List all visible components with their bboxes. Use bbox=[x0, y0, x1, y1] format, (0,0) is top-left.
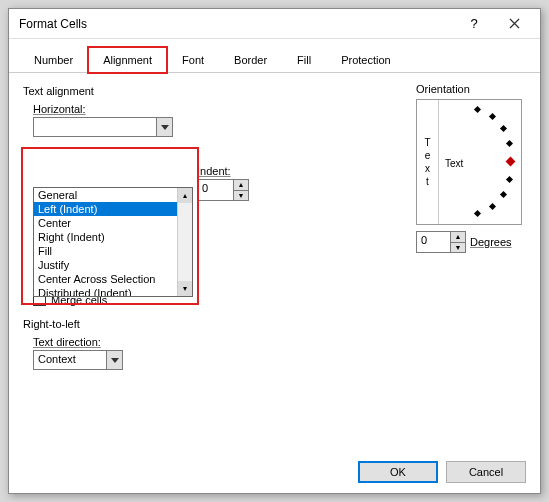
indent-value[interactable]: 0 bbox=[198, 180, 233, 200]
close-button[interactable] bbox=[494, 10, 534, 38]
titlebar: Format Cells ? bbox=[9, 9, 540, 39]
dd-left-indent[interactable]: Left (Indent) bbox=[34, 202, 192, 216]
arc-dot bbox=[489, 113, 496, 120]
text-direction-dropdown-button[interactable] bbox=[106, 351, 122, 369]
horizontal-value bbox=[34, 118, 156, 136]
button-bar: OK Cancel bbox=[9, 451, 540, 493]
cancel-button[interactable]: Cancel bbox=[446, 461, 526, 483]
tab-font[interactable]: Font bbox=[167, 47, 219, 72]
indent-up[interactable]: ▲ bbox=[234, 180, 248, 191]
rtl-label: Right-to-left bbox=[23, 318, 526, 330]
tab-alignment[interactable]: Alignment bbox=[88, 47, 167, 73]
degrees-up[interactable]: ▲ bbox=[451, 232, 465, 243]
help-button[interactable]: ? bbox=[454, 10, 494, 38]
horizontal-combo[interactable] bbox=[33, 117, 173, 137]
orientation-box[interactable]: T e x t Text bbox=[416, 99, 522, 225]
scroll-up-icon[interactable]: ▴ bbox=[178, 188, 192, 203]
indent-spinner[interactable]: 0 ▲ ▼ bbox=[197, 179, 249, 201]
orientation-section: Orientation T e x t Text bbox=[416, 83, 526, 253]
indent-down[interactable]: ▼ bbox=[234, 191, 248, 201]
arc-dot bbox=[474, 106, 481, 113]
dialog-content: Text alignment Horizontal: Indent: 0 ▲ ▼ bbox=[9, 73, 540, 451]
horizontal-dropdown-list: General Left (Indent) Center Right (Inde… bbox=[33, 187, 193, 297]
rtl-section: Right-to-left Text direction: Context bbox=[23, 318, 526, 370]
dd-distributed[interactable]: Distributed (Indent) bbox=[34, 286, 192, 296]
dialog-title: Format Cells bbox=[19, 17, 454, 31]
degrees-spinner[interactable]: 0 ▲ ▼ bbox=[416, 231, 466, 253]
indent-group: Indent: 0 ▲ ▼ bbox=[197, 165, 249, 201]
arc-dot bbox=[506, 176, 513, 183]
format-cells-dialog: Format Cells ? Number Alignment Font Bor… bbox=[8, 8, 541, 494]
arc-dot bbox=[506, 140, 513, 147]
dropdown-scrollbar[interactable]: ▴ ▾ bbox=[177, 188, 192, 296]
degrees-value[interactable]: 0 bbox=[417, 232, 450, 252]
text-direction-label: Text direction: bbox=[33, 336, 526, 348]
tab-border[interactable]: Border bbox=[219, 47, 282, 72]
text-direction-value: Context bbox=[34, 351, 106, 369]
dd-general[interactable]: General bbox=[34, 188, 192, 202]
dd-fill[interactable]: Fill bbox=[34, 244, 192, 258]
tab-strip: Number Alignment Font Border Fill Protec… bbox=[9, 39, 540, 73]
degrees-down[interactable]: ▼ bbox=[451, 243, 465, 253]
orientation-handle[interactable] bbox=[506, 157, 516, 167]
tab-protection[interactable]: Protection bbox=[326, 47, 406, 72]
arc-dot bbox=[474, 210, 481, 217]
arc-dot bbox=[489, 203, 496, 210]
arc-dot bbox=[500, 125, 507, 132]
dd-justify[interactable]: Justify bbox=[34, 258, 192, 272]
tab-fill[interactable]: Fill bbox=[282, 47, 326, 72]
ok-button[interactable]: OK bbox=[358, 461, 438, 483]
dd-center-across[interactable]: Center Across Selection bbox=[34, 272, 192, 286]
tab-number[interactable]: Number bbox=[19, 47, 88, 72]
degrees-label: Degrees bbox=[470, 236, 512, 248]
orientation-vertical-text[interactable]: T e x t bbox=[417, 100, 439, 224]
orientation-arc[interactable]: Text bbox=[439, 100, 521, 224]
degrees-row: 0 ▲ ▼ Degrees bbox=[416, 231, 526, 253]
dd-right-indent[interactable]: Right (Indent) bbox=[34, 230, 192, 244]
dd-center[interactable]: Center bbox=[34, 216, 192, 230]
text-direction-combo[interactable]: Context bbox=[33, 350, 123, 370]
scroll-down-icon[interactable]: ▾ bbox=[178, 281, 192, 296]
orientation-label: Orientation bbox=[416, 83, 526, 95]
arc-dot bbox=[500, 191, 507, 198]
horizontal-dropdown-button[interactable] bbox=[156, 118, 172, 136]
orientation-horizontal-text: Text bbox=[445, 158, 463, 169]
indent-label: Indent: bbox=[197, 165, 249, 177]
